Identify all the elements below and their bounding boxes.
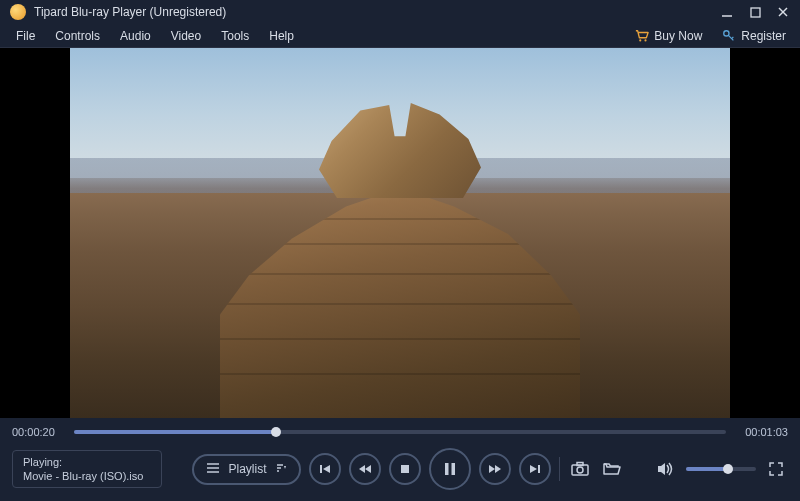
controls-row: Playing: Movie - Blu-ray (ISO).iso Playl… [0,442,800,496]
svg-rect-1 [751,8,760,17]
svg-marker-23 [489,465,495,473]
svg-marker-25 [530,465,537,473]
svg-rect-22 [451,463,455,475]
menu-file[interactable]: File [6,25,45,47]
svg-marker-18 [359,465,365,473]
list-icon [206,462,220,477]
menu-tools[interactable]: Tools [211,25,259,47]
volume-button[interactable] [654,457,678,481]
now-playing-label: Playing: [23,455,151,469]
menu-help[interactable]: Help [259,25,304,47]
center-controls: Playlist [174,448,642,490]
close-button[interactable] [776,5,790,19]
snapshot-button[interactable] [568,457,592,481]
menu-controls[interactable]: Controls [45,25,110,47]
svg-rect-21 [445,463,449,475]
menu-audio[interactable]: Audio [110,25,161,47]
svg-point-5 [645,39,647,41]
key-icon [722,29,736,43]
svg-line-8 [732,36,734,38]
svg-point-4 [639,39,641,41]
now-playing-file: Movie - Blu-ray (ISO).iso [23,469,151,483]
fullscreen-button[interactable] [764,457,788,481]
minimize-button[interactable] [720,5,734,19]
playlist-button[interactable]: Playlist [192,454,300,485]
buy-now-label: Buy Now [654,29,702,43]
skip-back-button[interactable] [309,453,341,485]
volume-slider[interactable] [686,467,756,471]
menu-video[interactable]: Video [161,25,211,47]
svg-marker-17 [323,465,330,473]
svg-rect-26 [538,465,540,473]
menubar: File Controls Audio Video Tools Help Buy… [0,24,800,48]
video-frame [70,48,730,418]
buy-now-link[interactable]: Buy Now [627,25,710,47]
svg-marker-24 [495,465,501,473]
register-link[interactable]: Register [714,25,794,47]
playlist-label: Playlist [228,462,266,476]
current-time-label: 00:00:20 [12,426,64,438]
separator [559,457,560,481]
volume-group [654,457,788,481]
sort-icon [275,462,287,477]
svg-rect-20 [401,465,409,473]
stop-button[interactable] [389,453,421,485]
svg-rect-16 [320,465,322,473]
video-area[interactable] [0,48,800,418]
open-file-button[interactable] [600,457,624,481]
svg-marker-19 [365,465,371,473]
window-controls [720,5,790,19]
rewind-button[interactable] [349,453,381,485]
window-title: Tipard Blu-ray Player (Unregistered) [34,5,720,19]
total-time-label: 00:01:03 [736,426,788,438]
svg-marker-15 [284,466,286,469]
seek-slider[interactable] [74,430,726,434]
fast-forward-button[interactable] [479,453,511,485]
titlebar: Tipard Blu-ray Player (Unregistered) [0,0,800,24]
progress-row: 00:00:20 00:01:03 [0,422,800,442]
svg-rect-29 [577,463,583,466]
now-playing-box: Playing: Movie - Blu-ray (ISO).iso [12,450,162,489]
register-label: Register [741,29,786,43]
pause-button[interactable] [429,448,471,490]
app-icon [10,4,26,20]
maximize-button[interactable] [748,5,762,19]
cart-icon [635,29,649,43]
skip-forward-button[interactable] [519,453,551,485]
svg-marker-30 [658,463,665,475]
svg-point-28 [577,467,583,473]
